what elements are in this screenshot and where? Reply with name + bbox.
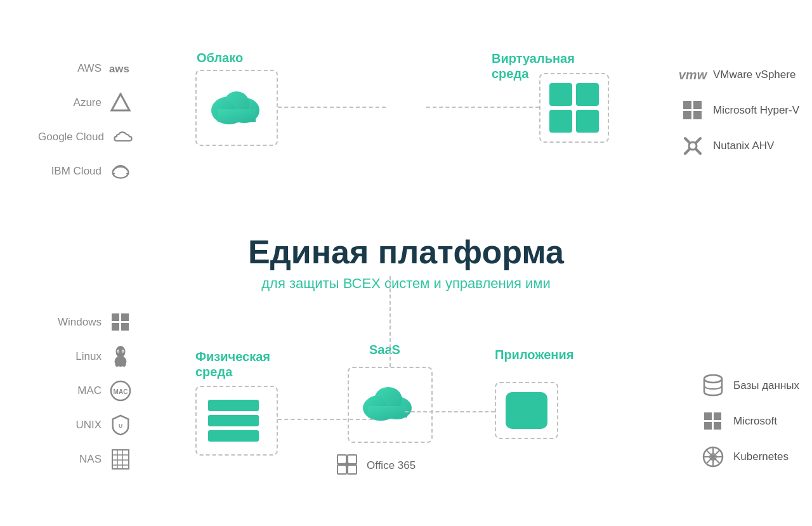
server-bar-1 [208, 400, 259, 411]
mac-item: MAC MAC [38, 379, 132, 402]
physical-dashed-box [195, 386, 278, 456]
nutanix-icon [681, 135, 704, 157]
nutanix-label: Nutanix AHV [713, 140, 774, 152]
virtual-env-grid [540, 74, 608, 141]
top-left-list: AWS aws Azure Google Cloud IBM Cloud [38, 57, 134, 183]
grid-cell-2 [576, 83, 599, 106]
app-box-icon [506, 392, 547, 429]
google-cloud-item: Google Cloud [38, 126, 134, 148]
windows-svg [111, 313, 130, 332]
ms-apps-svg [704, 412, 723, 431]
nutanix-item: Nutanix AHV [681, 135, 799, 157]
svg-rect-52 [714, 422, 721, 430]
svg-rect-44 [348, 455, 357, 464]
svg-rect-47 [345, 463, 349, 466]
server-bar-3 [208, 430, 259, 442]
mac-icon: MAC [109, 379, 132, 402]
aws-icon: aws [109, 57, 132, 80]
svg-marker-6 [112, 94, 129, 110]
apps-to-center-line [405, 411, 495, 412]
grid-cell-3 [549, 110, 572, 133]
svg-point-16 [689, 142, 697, 150]
virtual-env-dashed-box [539, 73, 609, 143]
azure-svg [110, 93, 131, 113]
aws-label: AWS [38, 62, 102, 75]
top-right-list: vmw VMware vSphere Microsoft Hyper-V Nut… [681, 63, 799, 157]
ms-logo-svg [683, 100, 703, 121]
bottom-left-physical-label: Физическаясреда [195, 349, 270, 379]
kubernetes-item: Kubernetes [702, 445, 799, 468]
svg-rect-46 [348, 465, 357, 474]
bottom-left-list: Windows Linux [38, 311, 132, 471]
cloud-dashed-box [195, 70, 278, 146]
azure-icon [109, 91, 132, 114]
office365-label: Office 365 [367, 459, 416, 472]
nas-item: NAS [38, 448, 132, 471]
nas-label: NAS [38, 453, 102, 466]
svg-rect-45 [337, 465, 346, 474]
ibm-cloud-label: IBM Cloud [38, 165, 102, 178]
svg-point-27 [117, 351, 119, 352]
svg-point-28 [122, 351, 124, 352]
kubernetes-icon [702, 445, 724, 468]
nutanix-svg [683, 136, 703, 156]
bottom-center-saas-label: SaaS [357, 343, 388, 357]
unix-svg: U [111, 414, 130, 436]
database-label: Базы данных [733, 379, 799, 392]
ms-hyperv-item: Microsoft Hyper-V [681, 99, 799, 122]
svg-rect-32 [112, 450, 129, 469]
azure-label: Azure [38, 96, 102, 109]
db-svg [703, 374, 723, 397]
svg-rect-17 [112, 313, 119, 321]
grid-cell-1 [549, 83, 572, 106]
svg-rect-49 [704, 412, 712, 420]
unix-item: UNIX U [38, 414, 132, 437]
nas-svg [111, 449, 130, 470]
windows-label: Windows [38, 316, 102, 329]
saas-cloud-svg [355, 373, 425, 424]
svg-rect-18 [121, 313, 129, 321]
svg-point-24 [122, 361, 126, 367]
office365-icon [336, 454, 358, 478]
kubernetes-label: Kubernetes [733, 450, 789, 463]
database-icon [702, 374, 724, 397]
ibm-svg [109, 161, 132, 181]
vmware-item: vmw VMware vSphere [681, 63, 799, 86]
cloud-to-center-line [278, 107, 386, 108]
google-cloud-icon [112, 126, 134, 148]
svg-rect-4 [218, 109, 256, 122]
svg-rect-50 [714, 412, 721, 420]
ibm-cloud-icon [109, 160, 132, 183]
svg-rect-43 [337, 455, 346, 464]
ms-hyperv-icon [681, 99, 704, 122]
center-section: Единая платформа для защиты ВСЕХ систем … [248, 234, 564, 292]
saas-dashed-box [348, 367, 433, 443]
linux-label: Linux [38, 350, 102, 363]
svg-text:MAC: MAC [114, 388, 128, 395]
svg-rect-13 [693, 111, 702, 119]
nas-icon [109, 448, 132, 471]
vmware-icon: vmw [681, 63, 704, 86]
aws-item: AWS aws [38, 57, 134, 80]
unix-icon: U [109, 414, 132, 437]
unix-label: UNIX [38, 419, 102, 431]
google-cloud-label: Google Cloud [38, 131, 104, 143]
top-left-cloud-label: Облако [197, 51, 243, 65]
sub-title: для защиты ВСЕХ систем и управления ими [248, 275, 564, 292]
server-stack [197, 387, 277, 454]
office365-svg [336, 454, 358, 475]
grid-cell-4 [576, 110, 599, 133]
vmware-label: VMware vSphere [713, 69, 796, 81]
svg-text:U: U [119, 423, 122, 429]
database-item: Базы данных [702, 374, 799, 397]
ms-apps-label: Microsoft [733, 415, 777, 428]
k8s-svg [702, 446, 724, 468]
azure-item: Azure [38, 91, 134, 114]
gcloud-svg [112, 128, 134, 146]
cloud-svg-icon [205, 77, 268, 128]
mac-svg: MAC [110, 380, 131, 402]
svg-rect-11 [693, 101, 702, 109]
mac-label: MAC [38, 385, 102, 397]
windows-item: Windows [38, 311, 132, 334]
svg-rect-12 [683, 111, 691, 119]
